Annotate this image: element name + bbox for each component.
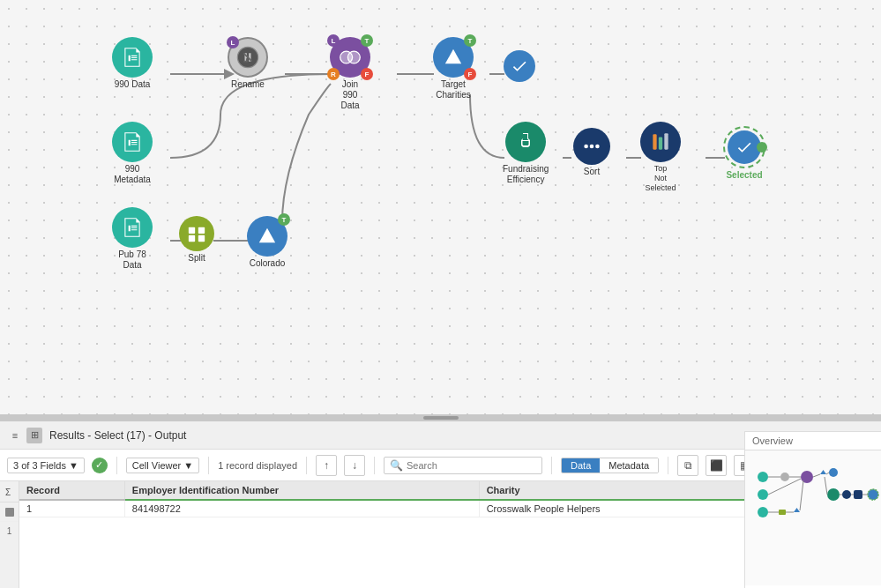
node-990data-label: 990 Data <box>115 79 151 90</box>
results-left-icons: ≡ ⊞ <box>7 428 42 443</box>
svg-rect-36 <box>854 490 862 499</box>
svg-line-42 <box>826 473 829 474</box>
node-sort-label: Sort <box>584 167 600 177</box>
node-join[interactable]: L R T F Join990Data <box>330 37 370 111</box>
col-header-record[interactable]: Record <box>19 481 124 500</box>
sigma-icon: Σ <box>4 487 15 497</box>
svg-rect-22 <box>198 235 205 242</box>
node-pub78-label: Pub 78Data <box>118 249 146 271</box>
row-sidebar: Σ 1 <box>0 481 19 588</box>
svg-point-25 <box>758 472 768 482</box>
svg-point-37 <box>868 489 878 500</box>
node-split[interactable]: Split <box>179 216 214 264</box>
svg-point-14 <box>590 145 594 149</box>
node-rename[interactable]: L Rename <box>228 37 268 90</box>
node-join-label: Join990Data <box>340 79 359 111</box>
node-output-label: Selected <box>726 170 762 181</box>
node-990meta[interactable]: 990Metadata <box>112 122 153 185</box>
node-topnotsel[interactable]: TopNotSelected <box>640 122 681 192</box>
toolbar-sep-3 <box>306 457 307 474</box>
toolbar-sep-4 <box>374 457 375 474</box>
overview-title: Overview <box>745 432 881 450</box>
badge-join-F: F <box>361 68 373 80</box>
svg-point-27 <box>758 507 768 517</box>
search-box: 🔍 <box>384 457 542 474</box>
overview-canvas <box>745 450 881 585</box>
svg-point-35 <box>842 490 851 499</box>
badge-join-T: T <box>361 34 373 47</box>
chevron-icon: ▼ <box>69 460 78 471</box>
results-title: Results - Select (17) - Output <box>49 429 828 442</box>
node-pub78[interactable]: Pub 78Data <box>112 207 153 271</box>
col-header-charity[interactable]: Charity <box>479 481 761 500</box>
node-split-label: Split <box>188 253 205 264</box>
node-990data[interactable]: 990 Data <box>112 37 153 90</box>
badge-L: L <box>227 36 239 48</box>
badge-join-L: L <box>327 34 340 47</box>
svg-marker-30 <box>794 508 800 512</box>
copy-clipboard-btn[interactable]: ⧉ <box>677 455 698 476</box>
save-btn[interactable]: ⬛ <box>706 455 727 476</box>
svg-text:Σ: Σ <box>5 488 11 497</box>
node-target-label: TargetCharities <box>436 79 470 100</box>
badge-target-F: F <box>464 68 476 80</box>
record-count-label: 1 record displayed <box>218 460 297 471</box>
cell-charity-1: Crosswalk People Helpers <box>479 500 761 517</box>
tab-data[interactable]: Data <box>562 458 600 473</box>
node-sort[interactable]: Sort <box>573 128 610 177</box>
sort-asc-btn[interactable]: ↑ <box>316 455 337 476</box>
cell-record-1: 1 <box>19 500 124 517</box>
cell-viewer-label: Cell Viewer <box>132 460 181 471</box>
svg-line-49 <box>800 480 803 510</box>
badge-target-T: T <box>464 34 476 47</box>
node-990meta-label: 990Metadata <box>114 164 151 185</box>
check-icon[interactable]: ✓ <box>92 458 108 473</box>
node-topnotsel-label: TopNotSelected <box>645 164 676 192</box>
overview-svg <box>745 450 881 565</box>
divider-handle <box>423 416 459 420</box>
toolbar-sep-6 <box>668 457 668 474</box>
node-target[interactable]: T F TargetCharities <box>433 37 474 100</box>
cell-viewer-btn[interactable]: Cell Viewer ▼ <box>126 458 199 473</box>
results-icon-rows[interactable]: ≡ <box>7 428 23 443</box>
svg-rect-21 <box>189 235 195 242</box>
svg-rect-19 <box>189 227 195 234</box>
search-icon: 🔍 <box>390 459 403 472</box>
svg-point-31 <box>801 471 813 483</box>
fields-count-label: 3 of 3 Fields <box>13 460 66 471</box>
toolbar-sep-5 <box>551 457 552 474</box>
panel-divider[interactable] <box>0 414 881 421</box>
svg-point-13 <box>584 145 588 149</box>
svg-point-11 <box>347 51 360 63</box>
svg-marker-32 <box>820 470 826 474</box>
svg-rect-16 <box>653 134 656 149</box>
svg-line-43 <box>825 477 827 495</box>
sort-desc-btn[interactable]: ↓ <box>344 455 365 476</box>
svg-point-33 <box>829 468 838 477</box>
svg-point-34 <box>827 488 840 501</box>
results-icon-cell[interactable]: ⊞ <box>26 428 42 443</box>
tab-metadata[interactable]: Metadata <box>600 458 658 473</box>
fields-dropdown-btn[interactable]: 3 of 3 Fields ▼ <box>7 458 85 473</box>
col-header-ein[interactable]: Employer Identification Number <box>124 481 479 500</box>
node-check1[interactable] <box>504 50 535 84</box>
node-colorado[interactable]: T Colorado <box>247 216 287 269</box>
svg-line-41 <box>813 474 820 477</box>
toolbar-sep-1 <box>116 457 117 474</box>
svg-point-28 <box>780 473 789 481</box>
node-colorado-label: Colorado <box>250 258 286 269</box>
row-num-1: 1 <box>0 522 19 540</box>
node-fundraising[interactable]: FundraisingEfficiency <box>503 122 549 185</box>
svg-rect-18 <box>664 133 668 149</box>
svg-rect-20 <box>198 227 205 234</box>
row-type-cell <box>0 502 19 522</box>
search-input[interactable] <box>407 460 530 471</box>
svg-rect-29 <box>779 510 786 515</box>
node-rename-label: Rename <box>231 79 265 90</box>
svg-rect-17 <box>659 138 662 150</box>
svg-point-26 <box>758 489 768 500</box>
node-fundraising-label: FundraisingEfficiency <box>503 164 549 185</box>
toolbar-sep-2 <box>208 457 209 474</box>
workflow-canvas[interactable]: 990 Data L Rename 990Metadata L R T F Jo… <box>0 0 881 414</box>
node-output-selected[interactable]: Selected <box>723 126 765 181</box>
